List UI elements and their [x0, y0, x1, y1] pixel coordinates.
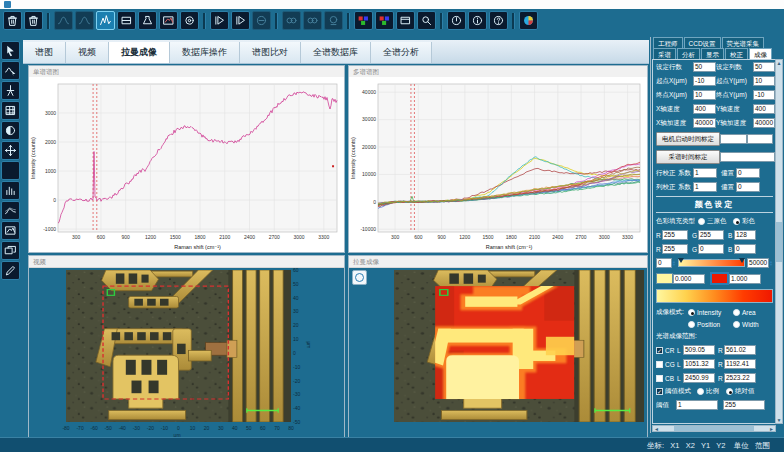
camera-button[interactable]	[180, 11, 199, 30]
rgb1-r[interactable]: 255	[662, 230, 688, 240]
CG-left-input[interactable]: 1051.32	[683, 359, 715, 369]
scroll-thumb[interactable]	[776, 222, 782, 262]
color-stop-swatch-high[interactable]	[710, 272, 729, 285]
right-tab-分析[interactable]: 分析	[677, 48, 700, 59]
CB-left-input[interactable]: 2450.99	[683, 373, 715, 383]
tool-overlay-chart-button[interactable]	[1, 201, 20, 220]
input-起点Y(μm)[interactable]: 10	[753, 76, 775, 86]
tab-谱图比对[interactable]: 谱图比对	[240, 42, 301, 63]
right-horizontal-scrollbar[interactable]: ◄ ►	[652, 425, 776, 432]
rgb1-g[interactable]: 255	[698, 230, 724, 240]
tool-bar-chart-button[interactable]	[1, 181, 20, 200]
row-coef-input[interactable]: 1	[693, 168, 717, 178]
tool-pen-button[interactable]	[1, 261, 20, 280]
scroll-right-icon[interactable]: ►	[769, 426, 774, 432]
range-min-input[interactable]: 0	[656, 258, 672, 268]
radio-ratio[interactable]	[697, 388, 704, 395]
sample-button[interactable]	[138, 11, 157, 30]
scroll-left-icon[interactable]: ◄	[654, 426, 659, 432]
checkbox-CG[interactable]	[656, 361, 663, 368]
tool-move-button[interactable]	[1, 141, 20, 160]
threshold-low-input[interactable]: 1	[676, 400, 718, 410]
tool-grid-button[interactable]	[1, 101, 20, 120]
right-tab-CCD设置[interactable]: CCD设置	[684, 37, 721, 48]
col-coef-input[interactable]: 1	[693, 182, 717, 192]
slider-handle-left[interactable]	[678, 258, 684, 263]
single-spectrum-chart[interactable]: 3006009001200150018002100240027003000330…	[29, 77, 344, 252]
region-button[interactable]	[117, 11, 136, 30]
overlay-toggle-button[interactable]	[352, 270, 367, 285]
threshold-mode-checkbox[interactable]: ✓	[656, 388, 663, 395]
range-max-input[interactable]: 50000	[747, 258, 769, 268]
col-bias-input[interactable]: 0	[736, 182, 760, 192]
snapshot-button[interactable]	[159, 11, 178, 30]
tool-pointer-button[interactable]	[1, 41, 20, 60]
radio-absolute[interactable]	[726, 388, 733, 395]
threshold-high-input[interactable]: 255	[723, 400, 765, 410]
input-终点Y(μm)[interactable]: -10	[753, 90, 775, 100]
motor-calib-field-1[interactable]	[720, 134, 747, 144]
multi-spectrum-chart[interactable]: 3006009001200150018002100240027003000330…	[349, 77, 647, 252]
radio-width[interactable]	[733, 321, 740, 328]
tab-视频[interactable]: 视频	[66, 42, 109, 63]
stop-low-value[interactable]: 0.000	[673, 274, 705, 284]
color-merge-button[interactable]	[354, 11, 373, 30]
radio-area[interactable]	[733, 309, 740, 316]
tab-谱图[interactable]: 谱图	[23, 42, 66, 63]
CG-right-input[interactable]: 1192.41	[724, 359, 756, 369]
input-终点X(μm)[interactable]: 10	[693, 90, 716, 100]
tab-全谱分析[interactable]: 全谱分析	[371, 42, 432, 63]
row-bias-input[interactable]: 0	[736, 168, 760, 178]
slider-handle-right[interactable]	[739, 258, 745, 263]
delete-all-button[interactable]	[24, 11, 43, 30]
CB-right-input[interactable]: 2523.22	[724, 373, 756, 383]
right-tab-校正[interactable]: 校正	[725, 48, 748, 59]
start-acquire-button[interactable]	[210, 11, 229, 30]
right-tab-工程师[interactable]: 工程师	[653, 37, 683, 48]
radio-三原色[interactable]	[698, 218, 705, 225]
input-Y轴加速度[interactable]: 40000	[753, 118, 775, 128]
tool-shape-button[interactable]	[1, 121, 20, 140]
input-X轴速度[interactable]: 400	[693, 104, 716, 114]
delete-button[interactable]	[3, 11, 22, 30]
CR-left-input[interactable]: 509.05	[683, 345, 715, 355]
tab-拉曼成像[interactable]: 拉曼成像	[109, 42, 170, 63]
help-button[interactable]	[489, 11, 508, 30]
tab-数据库操作[interactable]: 数据库操作	[170, 42, 240, 63]
tool-zoom-button[interactable]	[1, 161, 20, 180]
tool-image-view-button[interactable]	[1, 221, 20, 240]
stop-high-value[interactable]: 1.000	[729, 274, 761, 284]
rgb1-b[interactable]: 128	[734, 230, 756, 240]
motor-calib-button[interactable]: 电机启动时间标定	[656, 132, 720, 146]
checkbox-CR[interactable]: ✓	[656, 347, 663, 354]
input-设定行数[interactable]: 50	[693, 62, 716, 72]
input-Y轴速度[interactable]: 400	[753, 104, 775, 114]
hscroll-thumb[interactable]	[674, 426, 754, 431]
new-window-button[interactable]	[396, 11, 415, 30]
power-button[interactable]	[447, 11, 466, 30]
peak-search-button[interactable]	[96, 11, 115, 30]
radio-彩色[interactable]	[733, 218, 740, 225]
info-button[interactable]	[468, 11, 487, 30]
color-split-button[interactable]	[375, 11, 394, 30]
right-tab-成像[interactable]: 成像	[749, 48, 772, 59]
scroll-up-icon[interactable]: ▲	[777, 60, 782, 66]
scroll-down-icon[interactable]: ▼	[777, 417, 782, 423]
radio-position[interactable]	[688, 321, 695, 328]
start-mapping-button[interactable]	[231, 11, 250, 30]
tab-全谱数据库[interactable]: 全谱数据库	[301, 42, 371, 63]
microscope-image[interactable]	[66, 270, 291, 422]
tool-stage-button[interactable]	[1, 81, 20, 100]
raman-heatmap-image[interactable]	[394, 270, 644, 422]
zoom-tool-button[interactable]	[417, 11, 436, 30]
acquire-calib-button[interactable]: 采谱时间标定	[656, 150, 720, 164]
right-tab-显示[interactable]: 显示	[701, 48, 724, 59]
display-settings-button[interactable]	[519, 11, 538, 30]
input-起点X(μm)[interactable]: -10	[693, 76, 716, 86]
acquire-calib-field[interactable]	[720, 152, 775, 162]
color-stop-swatch-low[interactable]	[656, 273, 673, 284]
tool-chart-pointer-button[interactable]	[1, 61, 20, 80]
tool-gallery-button[interactable]	[1, 241, 20, 260]
rgb2-r[interactable]: 255	[662, 244, 688, 254]
input-设定列数[interactable]: 50	[753, 62, 775, 72]
